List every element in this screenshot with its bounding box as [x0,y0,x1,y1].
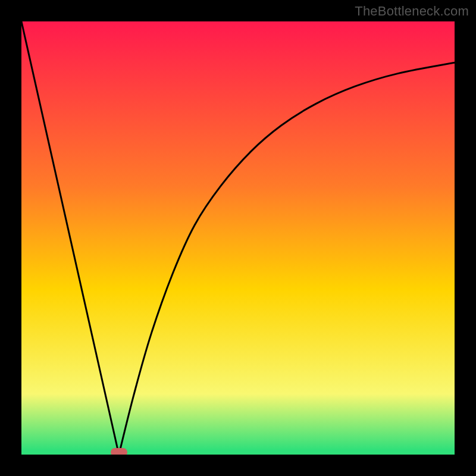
optimum-marker [111,448,127,455]
chart-frame: TheBottleneck.com [0,0,476,476]
plot-area [21,21,455,455]
plot-svg [21,21,455,455]
gradient-background [21,21,455,455]
watermark-text: TheBottleneck.com [355,4,469,19]
